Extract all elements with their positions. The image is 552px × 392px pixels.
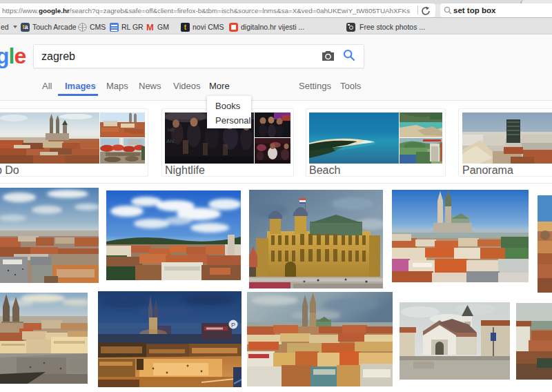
svg-text:HR: HR: [168, 128, 175, 133]
svg-text:P: P: [231, 322, 235, 329]
svg-text:AN: AN: [166, 138, 174, 144]
